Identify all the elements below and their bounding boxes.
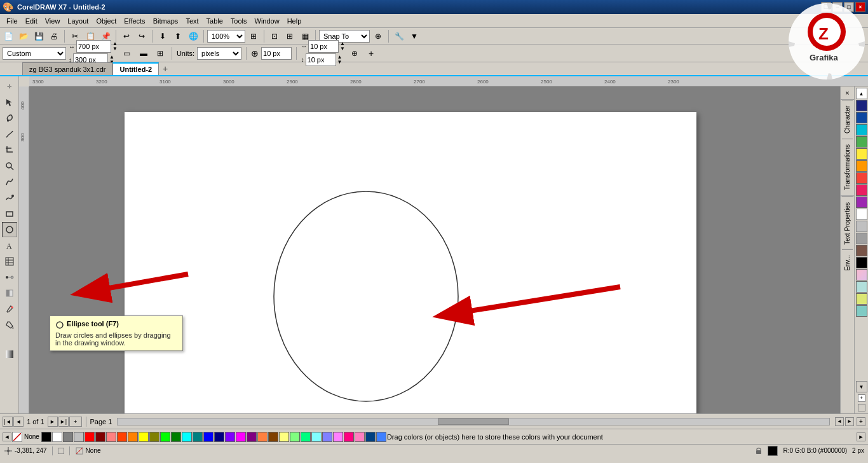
color-swatch-gray[interactable] — [856, 233, 867, 244]
pal-light-yellow[interactable] — [279, 432, 289, 442]
new-btn[interactable]: 📄 — [1, 29, 15, 43]
pal-dark-blue[interactable] — [365, 432, 376, 442]
snap-btn[interactable]: ⊕ — [371, 29, 385, 43]
pal-navy[interactable] — [214, 432, 224, 442]
width-input[interactable] — [76, 40, 111, 53]
save-btn[interactable]: 💾 — [32, 29, 46, 43]
blend-tool[interactable] — [2, 270, 17, 285]
scrollbar-thumb[interactable] — [438, 418, 509, 425]
pal-blue[interactable] — [203, 432, 214, 442]
restore-btn[interactable]: ❐ — [821, 2, 831, 12]
add-page-btn[interactable]: + — [364, 46, 378, 60]
minimize-btn[interactable]: − — [832, 2, 843, 12]
color-swatch-black[interactable] — [856, 257, 867, 268]
pal-orange-red[interactable] — [117, 432, 127, 442]
last-page-btn[interactable]: ►| — [58, 417, 69, 427]
options-btn[interactable]: 🔧 — [392, 29, 406, 43]
pal-purple[interactable] — [247, 432, 257, 442]
docker-character[interactable]: Character — [842, 100, 853, 139]
menu-file[interactable]: File — [3, 16, 22, 26]
color-swatch-red[interactable] — [856, 172, 867, 184]
pal-sky[interactable] — [376, 432, 386, 442]
menu-table[interactable]: Table — [203, 16, 227, 26]
palette-scroll-right[interactable]: ► — [857, 432, 865, 441]
color-scroll-up[interactable]: ▲ — [856, 88, 867, 99]
zoom-dropdown[interactable]: 100% 50% 200% — [207, 30, 245, 43]
view-grid[interactable]: ⊞ — [283, 29, 297, 43]
interactive-fill[interactable] — [2, 347, 17, 362]
coords-section[interactable]: -3,381, 247 — [4, 446, 47, 455]
menu-help[interactable]: Help — [283, 16, 306, 26]
pal-black[interactable] — [41, 432, 51, 442]
pal-olive[interactable] — [149, 432, 159, 442]
fill-tool[interactable] — [2, 317, 17, 333]
pal-brown[interactable] — [268, 432, 278, 442]
zoom-tool[interactable] — [2, 158, 17, 174]
menu-view[interactable]: View — [41, 16, 64, 26]
preset-dropdown[interactable]: Custom — [3, 47, 66, 60]
portrait-btn[interactable]: ▭ — [120, 46, 134, 60]
add-page-status-btn[interactable]: + — [69, 417, 82, 427]
redo-btn[interactable]: ↪ — [135, 29, 149, 43]
export-btn[interactable]: ⬆ — [171, 29, 185, 43]
first-page-btn[interactable]: |◄ — [3, 417, 13, 427]
smudge-tool[interactable] — [2, 127, 17, 142]
nudge-x-input[interactable] — [308, 40, 339, 53]
color-swatch-teal-light[interactable] — [856, 281, 867, 293]
pal-periwinkle[interactable] — [322, 432, 332, 442]
prev-page-btn[interactable]: ◄ — [13, 417, 24, 427]
pal-rose[interactable] — [344, 432, 354, 442]
pal-peach[interactable] — [257, 432, 268, 442]
color-swatch-cyan[interactable] — [856, 124, 867, 135]
scroll-left-btn[interactable]: ◄ — [835, 417, 844, 426]
nudge-input[interactable] — [261, 47, 292, 60]
pal-green[interactable] — [171, 432, 181, 442]
docker-textprop[interactable]: Text Properties — [842, 197, 853, 250]
pal-lime[interactable] — [160, 432, 170, 442]
title-bar-controls[interactable]: ❐ − □ × — [821, 2, 865, 12]
zoom-btn-status[interactable]: + — [857, 417, 865, 426]
page-options-btn[interactable]: ⊕ — [348, 46, 362, 60]
color-actions[interactable]: + — [856, 393, 867, 412]
zoom-full-btn[interactable]: ⊞ — [247, 29, 261, 43]
color-swatch-orange[interactable] — [856, 160, 867, 172]
scroll-right-btn[interactable]: ► — [845, 417, 854, 426]
smart-draw-tool[interactable] — [2, 190, 17, 205]
tab-add-btn[interactable]: + — [159, 62, 172, 75]
pal-magenta[interactable] — [236, 432, 246, 442]
pal-orange[interactable] — [128, 432, 138, 442]
maximize-btn[interactable]: □ — [844, 2, 854, 12]
horizontal-scrollbar[interactable] — [117, 418, 830, 425]
docker-env[interactable]: Env... — [842, 249, 853, 276]
color-swatch-lime[interactable] — [856, 293, 867, 305]
pal-violet[interactable] — [225, 432, 235, 442]
publish-btn[interactable]: 🌐 — [186, 29, 200, 43]
color-swatch-yellow[interactable] — [856, 148, 867, 160]
palette-scroll-left[interactable]: ◄ — [3, 432, 11, 441]
pal-light-pink[interactable] — [355, 432, 365, 442]
pal-cyan[interactable] — [182, 432, 192, 442]
tab-untitled[interactable]: Untitled-2 — [112, 62, 159, 75]
color-swatch-purple[interactable] — [856, 197, 867, 208]
menu-bitmaps[interactable]: Bitmaps — [149, 16, 182, 26]
pick-tool[interactable] — [2, 95, 17, 110]
color-swatch-white[interactable] — [856, 209, 867, 220]
next-page-btn[interactable]: ► — [48, 417, 58, 427]
color-swatch-silver[interactable] — [856, 221, 867, 232]
pal-light-green[interactable] — [290, 432, 300, 442]
text-tool[interactable]: A — [2, 238, 17, 253]
pal-teal[interactable] — [193, 432, 203, 442]
freehand-tool[interactable] — [2, 174, 17, 190]
pal-spring[interactable] — [301, 432, 311, 442]
color-swatch-teal2[interactable] — [856, 305, 867, 317]
close-btn[interactable]: × — [855, 2, 865, 12]
print-btn[interactable]: 🖨 — [47, 29, 61, 43]
menu-text[interactable]: Text — [182, 16, 202, 26]
rectangle-tool[interactable] — [2, 206, 17, 221]
pal-white[interactable] — [52, 432, 62, 442]
color-swatch-light[interactable] — [856, 269, 867, 280]
view-options[interactable]: ⊡ — [268, 29, 281, 43]
snap-checkbox[interactable] — [58, 448, 64, 454]
menu-tools[interactable]: Tools — [227, 16, 251, 26]
menu-window[interactable]: Window — [251, 16, 283, 26]
